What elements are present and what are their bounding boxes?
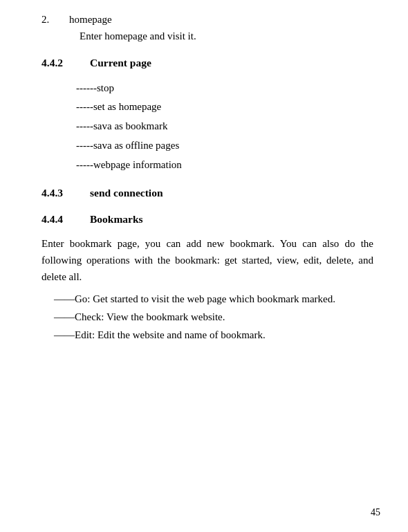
section-444: 4.4.4 Bookmarks Enter bookmark page, you… xyxy=(41,213,373,343)
section-444-number: 4.4.4 xyxy=(41,213,90,226)
item-2-title: homepage xyxy=(69,14,112,26)
item-2-section: 2. homepage Enter homepage and visit it. xyxy=(41,14,373,44)
menu-item-3: -----sava as bookmark xyxy=(76,117,373,136)
bullet-item-3: ——Edit: Edit the website and name of boo… xyxy=(41,327,373,343)
section-443-title: send connection xyxy=(90,187,163,199)
section-443-number: 4.4.3 xyxy=(41,187,90,199)
bullet-item-1: ——Go: Get started to visit the web page … xyxy=(41,291,373,307)
section-444-description: Enter bookmark page, you can add new boo… xyxy=(41,235,373,285)
section-444-title: Bookmarks xyxy=(90,213,143,226)
item-2-description: Enter homepage and visit it. xyxy=(41,28,373,44)
content-area: 2. homepage Enter homepage and visit it.… xyxy=(41,14,373,343)
section-442-title: Current page xyxy=(90,57,151,69)
section-442-menu: ------stop -----set as homepage -----sav… xyxy=(41,79,373,175)
page-number: 45 xyxy=(371,507,380,518)
bullet-item-2: ——Check: View the bookmark website. xyxy=(41,309,373,325)
section-442: 4.4.2 Current page ------stop -----set a… xyxy=(41,57,373,175)
menu-item-1: ------stop xyxy=(76,79,373,98)
menu-item-2: -----set as homepage xyxy=(76,98,373,117)
menu-item-5: -----webpage information xyxy=(76,156,373,175)
section-443: 4.4.3 send connection xyxy=(41,187,373,199)
section-442-number: 4.4.2 xyxy=(41,57,90,69)
item-2-number: 2. xyxy=(41,14,69,26)
menu-item-4: -----sava as offline pages xyxy=(76,136,373,156)
